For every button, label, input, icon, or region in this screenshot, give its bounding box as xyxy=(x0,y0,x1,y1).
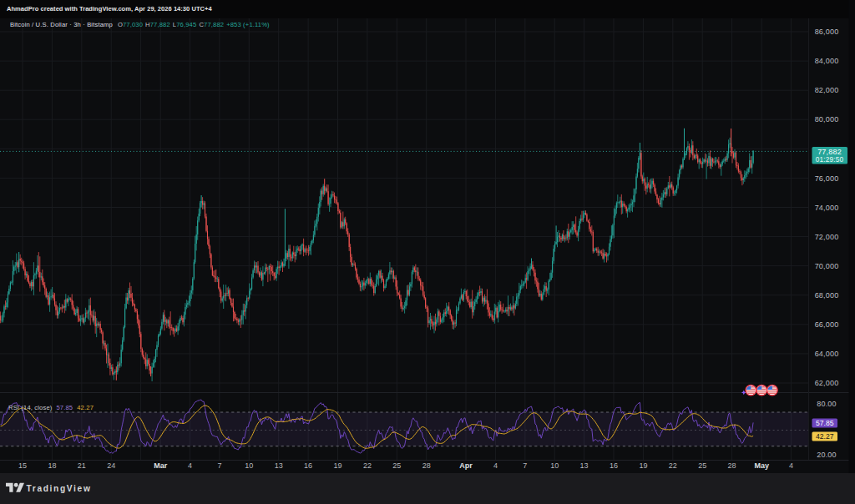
svg-text:01:29:50: 01:29:50 xyxy=(816,156,844,164)
svg-text:13: 13 xyxy=(275,461,283,470)
svg-text:28: 28 xyxy=(728,461,736,470)
svg-text:7: 7 xyxy=(217,461,221,470)
svg-text:68,000: 68,000 xyxy=(815,291,839,300)
svg-text:AhmadPro created with TradingV: AhmadPro created with TradingView.com, A… xyxy=(7,5,212,13)
svg-text:13: 13 xyxy=(580,461,589,470)
svg-text:4: 4 xyxy=(789,461,793,470)
svg-text:77,882: 77,882 xyxy=(817,148,842,156)
svg-text:82,000: 82,000 xyxy=(815,86,839,94)
svg-text:25: 25 xyxy=(392,461,401,470)
svg-text:84,000: 84,000 xyxy=(815,57,839,65)
svg-text:20.00: 20.00 xyxy=(817,451,837,459)
svg-text:TradingView: TradingView xyxy=(27,484,92,493)
svg-text:4: 4 xyxy=(188,461,192,470)
svg-text:May: May xyxy=(754,461,769,470)
svg-text:16: 16 xyxy=(304,461,312,470)
svg-text:42.27: 42.27 xyxy=(816,432,834,441)
svg-text:Bitcoin / U.S. Dollar · 3h · B: Bitcoin / U.S. Dollar · 3h · BitstampO77… xyxy=(10,21,270,28)
svg-text:18: 18 xyxy=(48,461,56,470)
svg-text:66,000: 66,000 xyxy=(815,320,839,329)
svg-text:15: 15 xyxy=(18,461,27,470)
svg-text:4: 4 xyxy=(493,461,498,470)
svg-text:25: 25 xyxy=(698,461,706,470)
svg-text:62,000: 62,000 xyxy=(815,379,839,387)
svg-text:86,000: 86,000 xyxy=(815,28,839,36)
svg-text:21: 21 xyxy=(78,461,86,470)
svg-text:16: 16 xyxy=(610,461,618,470)
svg-text:70,000: 70,000 xyxy=(815,262,839,270)
svg-text:64,000: 64,000 xyxy=(815,350,839,358)
svg-text:19: 19 xyxy=(333,461,341,470)
svg-text:24: 24 xyxy=(107,461,115,470)
svg-text:72,000: 72,000 xyxy=(815,233,839,241)
svg-text:57.85: 57.85 xyxy=(816,419,834,427)
svg-text:Apr: Apr xyxy=(459,461,473,470)
svg-text:22: 22 xyxy=(669,461,677,470)
svg-text:80,000: 80,000 xyxy=(815,115,839,123)
svg-text:Mar: Mar xyxy=(154,461,168,470)
svg-text:22: 22 xyxy=(363,461,372,470)
svg-text:RSI (14, close)57.8542.27: RSI (14, close)57.8542.27 xyxy=(8,404,94,411)
svg-text:10: 10 xyxy=(245,461,253,470)
svg-text:7: 7 xyxy=(523,461,527,470)
svg-text:28: 28 xyxy=(422,461,431,470)
svg-text:10: 10 xyxy=(550,461,559,470)
svg-text:74,000: 74,000 xyxy=(815,204,839,212)
svg-text:76,000: 76,000 xyxy=(815,174,839,183)
svg-text:19: 19 xyxy=(639,461,647,470)
svg-text:80.00: 80.00 xyxy=(817,400,837,408)
